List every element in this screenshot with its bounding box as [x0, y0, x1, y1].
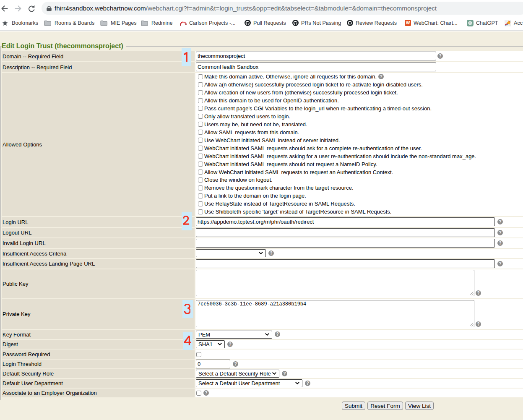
svg-text:?: ?	[477, 322, 479, 326]
svg-text:W: W	[406, 21, 410, 25]
svg-text:?: ?	[306, 381, 309, 386]
svg-text:?: ?	[499, 241, 501, 245]
svg-text:?: ?	[380, 74, 382, 78]
svg-text:?: ?	[229, 342, 231, 347]
svg-text:?: ?	[499, 261, 501, 266]
svg-text:?: ?	[270, 251, 272, 256]
svg-text:?: ?	[234, 362, 237, 366]
svg-text:?: ?	[477, 291, 479, 295]
svg-text:?: ?	[499, 230, 501, 235]
svg-text:?: ?	[499, 219, 501, 224]
svg-text:?: ?	[205, 391, 207, 395]
svg-text:?: ?	[439, 54, 441, 58]
svg-text:?: ?	[283, 371, 286, 376]
svg-text:?: ?	[276, 332, 278, 337]
